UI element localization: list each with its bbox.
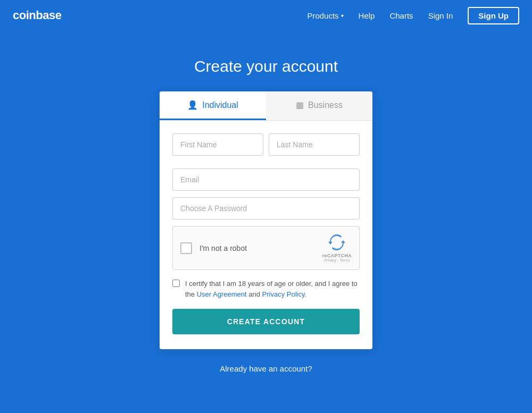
signup-form: I'm not a robot reCAPTCHA Privacy - Term… [160, 121, 372, 349]
recaptcha-brand: reCAPTCHA [322, 253, 352, 258]
captcha-checkbox[interactable] [180, 242, 192, 254]
account-type-tabs: 👤 Individual ▦ Business [160, 91, 372, 121]
email-input[interactable] [172, 168, 360, 191]
last-name-input[interactable] [269, 133, 360, 156]
name-row [172, 133, 360, 162]
signup-card: 👤 Individual ▦ Business I'm not a robot [160, 91, 372, 349]
nav-signup[interactable]: Sign Up [468, 7, 519, 24]
main-content: Create your account 👤 Individual ▦ Busin… [0, 31, 532, 373]
tab-individual[interactable]: 👤 Individual [160, 91, 266, 120]
recaptcha-icon [328, 234, 345, 253]
recaptcha-links: Privacy - Terms [324, 258, 350, 262]
create-account-button[interactable]: CREATE ACCOUNT [172, 309, 360, 334]
business-icon: ▦ [296, 100, 304, 110]
nav-signin[interactable]: Sign In [428, 11, 453, 20]
navbar: coinbase Products ▾ Help Charts Sign In … [0, 0, 532, 31]
first-name-input[interactable] [172, 133, 263, 156]
password-input[interactable] [172, 197, 360, 220]
logo[interactable]: coinbase [13, 9, 61, 22]
captcha-widget: I'm not a robot reCAPTCHA Privacy - Term… [172, 226, 360, 270]
page-title: Create your account [194, 57, 338, 75]
chevron-down-icon: ▾ [341, 13, 344, 19]
individual-icon: 👤 [187, 100, 198, 110]
terms-checkbox[interactable] [172, 280, 180, 287]
nav-products[interactable]: Products ▾ [307, 11, 343, 20]
user-agreement-link[interactable]: User Agreement [197, 290, 249, 298]
already-account-text: Already have an account? [220, 364, 312, 373]
terms-text: I certify that I am 18 years of age or o… [185, 279, 360, 299]
nav-help[interactable]: Help [359, 11, 375, 20]
tab-business[interactable]: ▦ Business [266, 91, 372, 120]
captcha-label: I'm not a robot [200, 244, 247, 252]
nav-charts[interactable]: Charts [389, 11, 413, 20]
terms-row: I certify that I am 18 years of age or o… [172, 279, 360, 299]
nav-links: Products ▾ Help Charts Sign In Sign Up [307, 7, 519, 24]
privacy-policy-link[interactable]: Privacy Policy [262, 290, 305, 298]
